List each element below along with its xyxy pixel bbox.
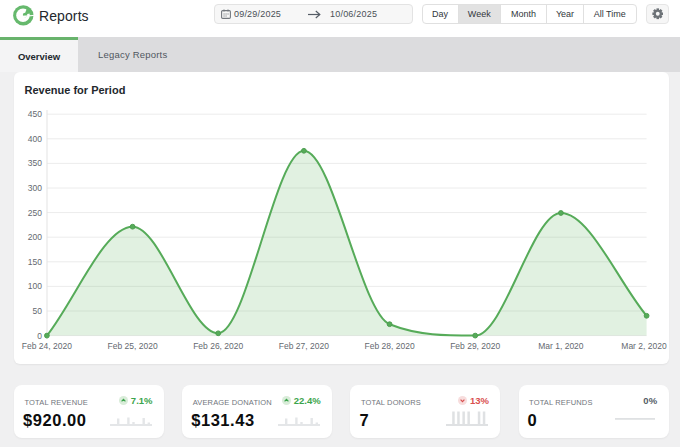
svg-text:Mar 2, 2020: Mar 2, 2020 [621,341,667,351]
svg-text:Feb 25, 2020: Feb 25, 2020 [108,341,158,351]
svg-text:400: 400 [28,134,42,144]
svg-text:Feb 27, 2020: Feb 27, 2020 [279,341,329,351]
svg-text:0: 0 [37,331,42,341]
svg-text:Feb 26, 2020: Feb 26, 2020 [193,341,243,351]
svg-text:100: 100 [28,281,42,291]
svg-text:250: 250 [28,208,42,218]
svg-text:350: 350 [28,158,42,168]
svg-text:Feb 28, 2020: Feb 28, 2020 [365,341,415,351]
svg-text:Feb 24, 2020: Feb 24, 2020 [22,341,72,351]
svg-text:50: 50 [33,306,43,316]
svg-text:200: 200 [28,232,42,242]
svg-text:Mar 1, 2020: Mar 1, 2020 [538,341,584,351]
svg-text:450: 450 [28,109,42,119]
svg-text:Feb 29, 2020: Feb 29, 2020 [450,341,500,351]
svg-text:300: 300 [28,183,42,193]
svg-text:150: 150 [28,257,42,267]
